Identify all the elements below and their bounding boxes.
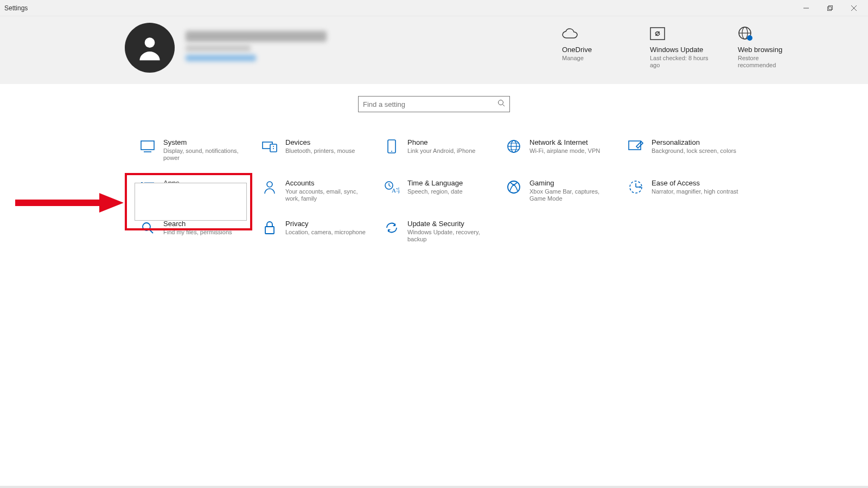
person-icon: [261, 179, 278, 195]
category-title: Privacy: [285, 220, 366, 228]
svg-rect-1: [828, 7, 832, 10]
lock-icon: [261, 220, 278, 236]
svg-text:A字: A字: [392, 187, 399, 194]
category-title: Gaming: [529, 179, 616, 187]
category-title: Personalization: [652, 138, 736, 146]
search-input[interactable]: [363, 100, 497, 108]
status-web-browsing[interactable]: Web browsing Restore recommended: [738, 24, 797, 69]
category-desc: Bluetooth, printers, mouse: [285, 147, 355, 155]
update-sync-icon: [650, 24, 665, 43]
header-band: OneDrive Manage Windows Update Last chec…: [0, 16, 868, 84]
category-desc: Uninstall, defaults, optional features: [163, 188, 250, 202]
status-title: Windows Update: [650, 46, 703, 54]
category-desc: Link your Android, iPhone: [407, 147, 475, 155]
status-onedrive[interactable]: OneDrive Manage: [562, 24, 622, 69]
category-search[interactable]: Search Find my files, permissions: [139, 220, 261, 243]
window-controls: [794, 0, 866, 16]
svg-point-43: [143, 223, 150, 230]
search-icon: [497, 99, 505, 109]
category-time-language[interactable]: A字 Time & Language Speech, region, date: [384, 179, 506, 202]
svg-rect-27: [141, 182, 143, 184]
close-button[interactable]: [842, 0, 866, 16]
category-title: Update & Security: [407, 220, 494, 228]
category-grid: System Display, sound, notifications, po…: [139, 138, 750, 243]
category-title: Ease of Access: [652, 179, 738, 187]
category-desc: Xbox Game Bar, captures, Game Mode: [529, 188, 616, 202]
svg-marker-49: [99, 193, 124, 213]
category-gaming[interactable]: Gaming Xbox Game Bar, captures, Game Mod…: [506, 179, 628, 202]
category-system[interactable]: System Display, sound, notifications, po…: [139, 138, 261, 162]
category-title: Network & Internet: [529, 138, 600, 146]
svg-point-38: [508, 181, 520, 193]
bottom-edge: [0, 486, 868, 488]
status-windows-update[interactable]: Windows Update Last checked: 8 hours ago: [650, 24, 710, 69]
svg-rect-6: [650, 28, 665, 40]
svg-point-33: [267, 182, 272, 187]
category-network[interactable]: Network & Internet Wi-Fi, airplane mode,…: [506, 138, 628, 162]
category-apps[interactable]: Apps Uninstall, defaults, optional featu…: [139, 179, 261, 202]
svg-line-12: [503, 105, 505, 107]
category-privacy[interactable]: Privacy Location, camera, microphone: [261, 220, 384, 243]
svg-point-18: [273, 148, 274, 149]
svg-line-44: [149, 229, 153, 233]
time-language-icon: A字: [384, 179, 400, 195]
category-desc: Windows Update, recovery, backup: [407, 229, 494, 243]
category-accounts[interactable]: Accounts Your accounts, email, sync, wor…: [261, 179, 384, 202]
category-title: Search: [163, 220, 232, 228]
xbox-icon: [506, 179, 522, 195]
status-row: OneDrive Manage Windows Update Last chec…: [562, 24, 797, 69]
svg-point-20: [391, 151, 392, 152]
svg-rect-29: [141, 186, 143, 188]
avatar: [125, 23, 175, 73]
status-title: OneDrive: [562, 46, 592, 54]
status-title: Web browsing: [738, 46, 782, 54]
devices-icon: [261, 138, 278, 155]
svg-rect-31: [141, 190, 143, 191]
globe-icon: [738, 24, 753, 43]
category-desc: Your accounts, email, sync, work, family: [285, 188, 372, 202]
status-desc: Last checked: 8 hours ago: [650, 55, 710, 69]
category-title: System: [163, 138, 250, 146]
sync-icon: [384, 220, 400, 236]
minimize-button[interactable]: [794, 0, 818, 16]
svg-rect-45: [265, 227, 274, 234]
svg-point-17: [273, 146, 274, 147]
svg-rect-2: [829, 5, 833, 9]
svg-rect-26: [629, 141, 641, 150]
category-title: Phone: [407, 138, 475, 146]
apps-list-icon: [139, 179, 156, 195]
category-desc: Narrator, magnifier, high contrast: [652, 188, 738, 195]
ease-of-access-icon: [628, 179, 644, 195]
category-update-security[interactable]: Update & Security Windows Update, recove…: [384, 220, 506, 243]
personalization-icon: [628, 138, 644, 155]
category-desc: Find my files, permissions: [163, 229, 232, 236]
category-personalization[interactable]: Personalization Background, lock screen,…: [628, 138, 750, 162]
svg-point-10: [747, 35, 752, 41]
category-desc: Speech, region, date: [407, 188, 463, 195]
category-desc: Display, sound, notifications, power: [163, 147, 250, 162]
category-desc: Background, lock screen, colors: [652, 147, 736, 155]
search-box[interactable]: [358, 96, 510, 112]
svg-point-5: [145, 37, 155, 48]
cloud-icon: [562, 24, 578, 43]
category-phone[interactable]: Phone Link your Android, iPhone: [384, 138, 506, 162]
phone-icon: [384, 138, 400, 155]
status-desc: Manage: [562, 55, 584, 62]
svg-rect-13: [141, 141, 154, 150]
category-devices[interactable]: Devices Bluetooth, printers, mouse: [261, 138, 384, 162]
category-title: Time & Language: [407, 179, 463, 187]
category-desc: Wi-Fi, airplane mode, VPN: [529, 147, 600, 155]
account-section[interactable]: [125, 23, 327, 73]
category-ease-of-access[interactable]: Ease of Access Narrator, magnifier, high…: [628, 179, 750, 202]
search-icon: [139, 220, 156, 236]
category-title: Devices: [285, 138, 355, 146]
window-title: Settings: [4, 4, 28, 12]
status-desc: Restore recommended: [738, 55, 797, 69]
annotation-arrow: [15, 192, 124, 214]
category-title: Apps: [163, 179, 250, 187]
globe-icon: [506, 138, 522, 155]
maximize-button[interactable]: [818, 0, 842, 16]
monitor-icon: [139, 138, 156, 155]
category-desc: Location, camera, microphone: [285, 229, 366, 236]
account-text-redacted: [186, 31, 327, 65]
